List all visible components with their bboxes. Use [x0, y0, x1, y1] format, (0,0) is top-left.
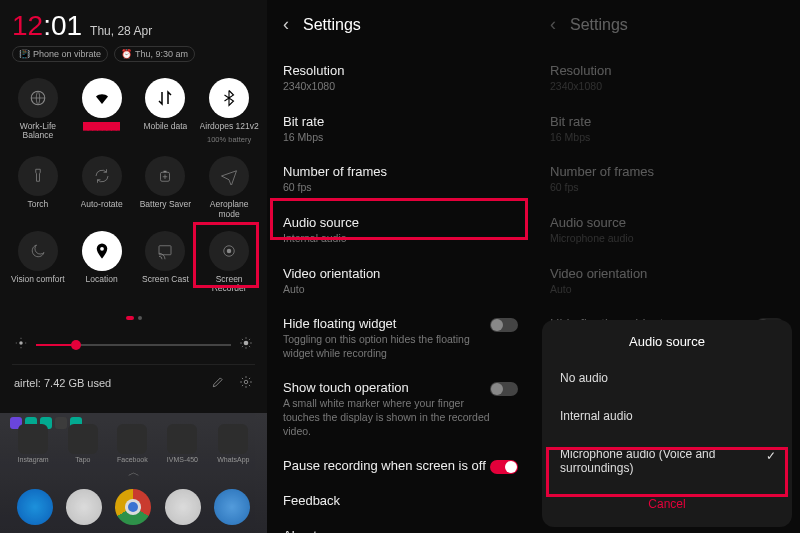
tile-work-life[interactable]: Work-Life Balance	[6, 74, 70, 148]
tile-torch[interactable]: Torch	[6, 152, 70, 223]
tile-battery-saver[interactable]: Battery Saver	[134, 152, 198, 223]
tile-label: Screen Recorder	[199, 275, 259, 294]
tile-wifi[interactable]: ████████	[70, 74, 134, 148]
setting-audio-source[interactable]: Audio source Internal audio	[283, 205, 518, 256]
rotate-icon	[82, 156, 122, 196]
setting-bitrate[interactable]: Bit rate 16 Mbps	[283, 104, 518, 155]
setting-feedback[interactable]: Feedback	[283, 483, 518, 518]
chrome-app-icon[interactable]	[115, 489, 151, 525]
tile-label: Vision comfort	[11, 275, 65, 284]
back-icon[interactable]: ‹	[550, 14, 556, 35]
edit-icon[interactable]	[211, 375, 225, 391]
slider-track[interactable]	[36, 344, 231, 346]
vibrate-chip[interactable]: 📳 Phone on vibrate	[12, 46, 108, 62]
clock-hour: 12	[12, 10, 43, 41]
data-usage-text: airtel: 7.42 GB used	[14, 377, 111, 389]
tile-aeroplane[interactable]: Aeroplane mode	[197, 152, 261, 223]
tile-vision-comfort[interactable]: Vision comfort	[6, 227, 70, 298]
folder-facebook[interactable]: Facebook	[117, 424, 148, 463]
camera-app-icon[interactable]	[165, 489, 201, 525]
settings-header: ‹ Settings	[267, 0, 534, 53]
svg-point-3	[100, 247, 104, 251]
phone-app-icon[interactable]	[17, 489, 53, 525]
sun-low-icon	[14, 336, 28, 354]
date: Thu, 28 Apr	[90, 24, 152, 38]
battery-icon	[145, 156, 185, 196]
record-icon	[209, 231, 249, 271]
setting-title: Video orientation	[550, 266, 784, 281]
setting-title: Audio source	[550, 215, 784, 230]
setting-title: Video orientation	[283, 266, 518, 281]
option-label: Microphone audio (Voice and surroundings…	[560, 447, 715, 475]
setting-title: Hide floating widget	[283, 316, 518, 331]
folder-label: Instagram	[18, 456, 49, 463]
cast-icon	[145, 231, 185, 271]
tile-label: Auto-rotate	[81, 200, 123, 209]
setting-sub: Internal audio	[283, 232, 493, 246]
setting-sub: Auto	[550, 283, 760, 297]
chevron-up-icon[interactable]: ︿	[128, 464, 140, 481]
settings-panel-with-dialog: ‹ Settings Resolution 2340x1080 Bit rate…	[534, 0, 800, 533]
globe-icon	[18, 78, 58, 118]
setting-orientation[interactable]: Video orientation Auto	[283, 256, 518, 307]
folder-whatsapp[interactable]: WhatsApp	[217, 424, 249, 463]
folder-ivms[interactable]: IVMS-450	[167, 424, 198, 463]
setting-sub: 2340x1080	[283, 80, 493, 94]
brightness-slider[interactable]	[0, 328, 267, 362]
setting-sub: 2340x1080	[550, 80, 760, 94]
folder-label: Facebook	[117, 456, 148, 463]
app-folder-row: Instagram Tapo Facebook IVMS-450 WhatsAp…	[0, 424, 267, 463]
folder-tapo[interactable]: Tapo	[68, 424, 98, 463]
folder-instagram[interactable]: Instagram	[18, 424, 49, 463]
messages-app-icon[interactable]	[66, 489, 102, 525]
settings-list: Resolution 2340x1080 Bit rate 16 Mbps Nu…	[267, 53, 534, 533]
tile-bluetooth[interactable]: Airdopes 121v2 100% battery	[197, 74, 261, 148]
dimmed-background: ‹ Settings Resolution 2340x1080 Bit rate…	[534, 0, 800, 370]
tile-label: Location	[86, 275, 118, 284]
data-usage-row: airtel: 7.42 GB used	[0, 367, 267, 399]
tile-label: Work-Life Balance	[8, 122, 68, 141]
toggle[interactable]	[490, 318, 518, 332]
browser-app-icon[interactable]	[214, 489, 250, 525]
sun-high-icon	[239, 336, 253, 354]
clock: 12:01	[12, 10, 82, 42]
back-icon[interactable]: ‹	[283, 14, 289, 35]
setting-title: Feedback	[283, 493, 518, 508]
gear-icon[interactable]	[239, 375, 253, 391]
option-no-audio[interactable]: No audio	[542, 359, 792, 397]
tile-mobile-data[interactable]: Mobile data	[134, 74, 198, 148]
setting-show-touch[interactable]: Show touch operation A small white marke…	[283, 370, 518, 448]
setting-sub: 16 Mbps	[550, 131, 760, 145]
folder-label: Tapo	[75, 456, 90, 463]
setting-sub: 16 Mbps	[283, 131, 493, 145]
moon-icon	[18, 231, 58, 271]
quick-settings-panel: 12:01 Thu, 28 Apr 📳 Phone on vibrate ⏰ T…	[0, 0, 267, 533]
toggle[interactable]	[490, 460, 518, 474]
setting-resolution[interactable]: Resolution 2340x1080	[283, 53, 518, 104]
cancel-button[interactable]: Cancel	[542, 487, 792, 521]
setting-title: Pause recording when screen is off	[283, 458, 518, 473]
option-microphone-audio[interactable]: Microphone audio (Voice and surroundings…	[542, 435, 792, 487]
svg-point-8	[244, 340, 249, 345]
data-icon	[145, 78, 185, 118]
alarm-chip[interactable]: ⏰ Thu, 9:30 am	[114, 46, 195, 62]
tile-label: Battery Saver	[140, 200, 192, 209]
tile-location[interactable]: Location	[70, 227, 134, 298]
tile-auto-rotate[interactable]: Auto-rotate	[70, 152, 134, 223]
tile-screen-recorder[interactable]: Screen Recorder	[197, 227, 261, 298]
pager-dots	[0, 302, 267, 328]
setting-audio-source: Audio source Microphone audio	[550, 205, 784, 256]
tile-screen-cast[interactable]: Screen Cast	[134, 227, 198, 298]
setting-frames[interactable]: Number of frames 60 fps	[283, 154, 518, 205]
home-screen-preview: Instagram Tapo Facebook IVMS-450 WhatsAp…	[0, 413, 267, 533]
setting-about[interactable]: About	[283, 518, 518, 533]
setting-pause-screen-off[interactable]: Pause recording when screen is off	[283, 448, 518, 483]
toggle[interactable]	[490, 382, 518, 396]
option-internal-audio[interactable]: Internal audio	[542, 397, 792, 435]
settings-panel: ‹ Settings Resolution 2340x1080 Bit rate…	[267, 0, 534, 533]
setting-hide-widget[interactable]: Hide floating widget Toggling on this op…	[283, 306, 518, 370]
status-chips: 📳 Phone on vibrate ⏰ Thu, 9:30 am	[0, 46, 267, 70]
setting-frames: Number of frames 60 fps	[550, 154, 784, 205]
bluetooth-icon	[209, 78, 249, 118]
setting-sub: Auto	[283, 283, 493, 297]
